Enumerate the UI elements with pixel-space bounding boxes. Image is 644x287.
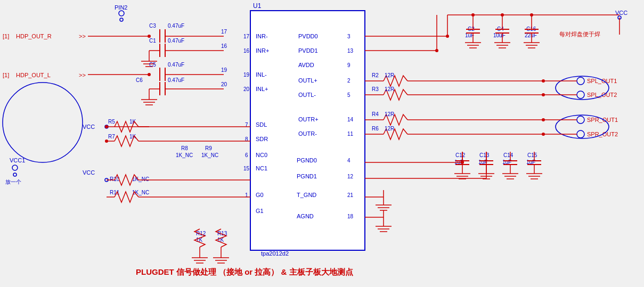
svg-text:12R: 12R — [385, 111, 394, 117]
svg-text:HDP_OUT_L: HDP_OUT_L — [16, 72, 51, 78]
svg-text:2: 2 — [347, 78, 350, 84]
svg-text:PGND1: PGND1 — [297, 173, 317, 179]
svg-text:11: 11 — [347, 131, 354, 137]
svg-text:R7: R7 — [108, 134, 115, 140]
svg-text:C13: C13 — [479, 152, 490, 158]
svg-text:tpa2012d2: tpa2012d2 — [261, 250, 289, 257]
svg-point-185 — [501, 13, 504, 17]
svg-text:0.47uF: 0.47uF — [168, 38, 184, 44]
svg-text:>>: >> — [79, 33, 86, 39]
svg-text:OUTL+: OUTL+ — [298, 77, 317, 84]
svg-point-204 — [542, 118, 545, 121]
svg-text:12: 12 — [347, 174, 354, 179]
svg-text:PGND0: PGND0 — [297, 157, 317, 163]
svg-text:18: 18 — [347, 214, 354, 219]
svg-text:0.47uF: 0.47uF — [168, 77, 184, 83]
svg-text:1K_NC: 1K_NC — [132, 176, 149, 182]
svg-text:12R: 12R — [385, 86, 394, 92]
svg-text:4: 4 — [347, 158, 350, 163]
svg-point-184 — [471, 13, 475, 17]
svg-text:19: 19 — [243, 72, 250, 78]
svg-point-260 — [105, 125, 108, 128]
svg-text:13: 13 — [347, 48, 354, 54]
svg-text:9: 9 — [347, 62, 350, 68]
svg-text:T_GND: T_GND — [297, 192, 316, 198]
svg-text:14: 14 — [347, 117, 354, 122]
svg-text:VCC1: VCC1 — [10, 157, 25, 163]
svg-text:SPR_OUT1: SPR_OUT1 — [587, 117, 618, 123]
svg-text:放一个: 放一个 — [5, 179, 21, 185]
svg-text:AGND: AGND — [297, 213, 314, 219]
svg-text:17: 17 — [243, 34, 250, 39]
svg-text:AVDD: AVDD — [298, 62, 314, 68]
svg-text:SDR: SDR — [256, 136, 268, 142]
svg-point-261 — [105, 140, 108, 143]
svg-text:R4: R4 — [372, 111, 379, 117]
svg-text:NC1: NC1 — [256, 165, 267, 171]
svg-text:C12: C12 — [455, 152, 466, 158]
svg-text:6: 6 — [245, 152, 248, 158]
svg-text:SPL_OUT2: SPL_OUT2 — [587, 92, 617, 98]
svg-text:15: 15 — [243, 166, 250, 171]
svg-text:VCC: VCC — [83, 124, 95, 130]
svg-point-156 — [435, 49, 438, 52]
svg-text:OUTR-: OUTR- — [298, 130, 317, 137]
svg-text:C15: C15 — [527, 152, 537, 158]
svg-text:SDL: SDL — [256, 121, 267, 128]
svg-point-186 — [530, 13, 533, 17]
svg-text:U1: U1 — [253, 2, 262, 10]
svg-text:12R: 12R — [385, 72, 394, 78]
svg-text:1K_NC: 1K_NC — [176, 152, 193, 158]
svg-text:G0: G0 — [256, 192, 264, 198]
schematic-canvas: PIN2 [1] HDP_OUT_R >> [1] HDP_OUT_L >> C… — [0, 0, 644, 287]
svg-text:20: 20 — [243, 86, 250, 92]
svg-text:VCC: VCC — [83, 169, 95, 176]
svg-text:19: 19 — [221, 67, 227, 73]
svg-point-203 — [542, 93, 545, 96]
svg-text:C5: C5 — [149, 62, 156, 68]
svg-text:>>: >> — [79, 72, 86, 78]
svg-text:C1: C1 — [149, 38, 156, 44]
svg-text:16: 16 — [243, 48, 250, 54]
svg-text:R8: R8 — [181, 145, 188, 151]
svg-text:C6: C6 — [136, 77, 143, 83]
svg-text:OUTR+: OUTR+ — [298, 116, 319, 122]
svg-text:[1]: [1] — [3, 33, 9, 39]
svg-text:SPL_OUT1: SPL_OUT1 — [587, 78, 617, 84]
svg-text:R9: R9 — [205, 145, 212, 151]
svg-text:1K: 1K — [129, 119, 136, 125]
svg-text:0.47uF: 0.47uF — [168, 23, 184, 29]
svg-text:R2: R2 — [372, 72, 379, 78]
svg-text:G1: G1 — [256, 208, 264, 214]
svg-text:HDP_OUT_R: HDP_OUT_R — [16, 33, 52, 39]
svg-text:16: 16 — [221, 43, 227, 49]
svg-text:R3: R3 — [372, 86, 379, 92]
svg-text:PLUGDET  信号做处理  （接地 or 拉高）  & : PLUGDET 信号做处理 （接地 or 拉高） & 主板子板大地测点 — [136, 267, 353, 276]
svg-point-244 — [461, 161, 464, 164]
svg-point-205 — [542, 133, 545, 136]
svg-text:C3: C3 — [149, 23, 156, 29]
svg-text:OUTL-: OUTL- — [298, 92, 316, 98]
svg-text:INL-: INL- — [256, 71, 267, 78]
svg-point-202 — [542, 79, 545, 83]
svg-point-155 — [446, 35, 449, 38]
svg-text:INL+: INL+ — [256, 86, 268, 92]
svg-text:5: 5 — [347, 92, 350, 98]
svg-text:[1]: [1] — [3, 72, 9, 78]
svg-text:R5: R5 — [108, 119, 115, 125]
svg-point-258 — [148, 35, 151, 38]
svg-text:3: 3 — [347, 34, 350, 39]
svg-text:1K_NC: 1K_NC — [201, 152, 218, 158]
svg-text:每对焊盘便于焊: 每对焊盘便于焊 — [559, 31, 600, 37]
svg-text:INR-: INR- — [256, 33, 268, 39]
svg-text:INR+: INR+ — [256, 47, 269, 54]
svg-text:C14: C14 — [503, 152, 513, 158]
svg-point-259 — [148, 73, 151, 76]
svg-text:PVDD1: PVDD1 — [298, 47, 318, 54]
svg-text:21: 21 — [347, 192, 354, 198]
svg-text:0.47uF: 0.47uF — [168, 62, 184, 68]
svg-text:17: 17 — [221, 29, 227, 35]
svg-text:NC0: NC0 — [256, 152, 267, 158]
svg-text:R6: R6 — [372, 126, 379, 132]
svg-text:12R: 12R — [385, 126, 394, 132]
